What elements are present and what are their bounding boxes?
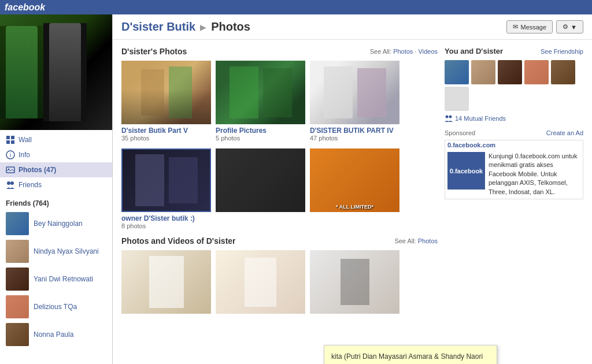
friends-section: Friends (764) Bey Nainggolan Nindya Nyax…: [0, 195, 112, 355]
pvid-thumb-3[interactable]: [310, 250, 399, 314]
sponsored-header: Sponsored Create an Ad: [445, 129, 583, 136]
see-all-label: See All:: [370, 48, 391, 55]
page-subtitle: Photos: [211, 20, 250, 34]
pvid-see-all: See All: Photos: [394, 237, 438, 244]
profile-cover-image: [0, 14, 113, 130]
friend-item-3[interactable]: Yani Dwi Retnowati: [6, 268, 106, 291]
settings-button[interactable]: ⚙ ▼: [556, 20, 583, 34]
you-and-dsister-section: You and D'sister See Friendship: [445, 47, 583, 122]
ad-image-text: 0.facebook: [450, 168, 483, 174]
friend-name-4[interactable]: Delizious TQa: [34, 303, 77, 311]
pvid-grid: [121, 250, 438, 314]
ad-domain[interactable]: 0.facebook.com: [445, 140, 583, 150]
pvid-section-title: Photos and Videos of D'sister: [121, 236, 236, 246]
album-thumb-6[interactable]: * ALL LIMITED*: [310, 148, 399, 212]
right-column: You and D'sister See Friendship: [445, 47, 583, 321]
main-content: D'sister Butik ▶ Photos ✉ Message ⚙ ▼: [113, 14, 592, 364]
sidebar-item-info[interactable]: i Info: [0, 147, 112, 162]
album-5: [216, 148, 305, 229]
svg-rect-3: [11, 140, 14, 144]
album-thumb-2[interactable]: [216, 61, 305, 124]
mutual-thumb-5[interactable]: [551, 60, 575, 84]
album-4: owner D'Sister butik :) 8 photos: [121, 148, 211, 229]
album-thumb-5[interactable]: [216, 148, 305, 212]
album-2: Profile Pictures 5 photos: [216, 61, 305, 142]
album-count-2: 5 photos: [216, 135, 305, 142]
friend-name-1[interactable]: Bey Nainggolan: [34, 220, 83, 228]
dsister-photos-section: D'sister's Photos See All: Photos · Vide…: [121, 47, 438, 229]
tooltip-line1: kita (Putri Dian Mayasari Asmara & Shand…: [331, 351, 490, 364]
page-header: D'sister Butik ▶ Photos ✉ Message ⚙ ▼: [113, 14, 592, 40]
friends-icon: [6, 180, 15, 190]
mutual-thumb-6[interactable]: [445, 87, 469, 111]
mutual-thumb-1[interactable]: [445, 60, 469, 84]
album-3: D'SISTER BUTIK PART IV 47 photos: [310, 61, 399, 142]
albums-bottom-row: owner D'Sister butik :) 8 photos: [121, 148, 438, 229]
see-friendship-link[interactable]: See Friendship: [541, 48, 583, 55]
album-thumb-1[interactable]: [121, 61, 211, 124]
photos-icon: [6, 165, 15, 174]
friend-avatar-4: [6, 295, 29, 318]
pvid-photos-link[interactable]: Photos: [418, 237, 438, 244]
friend-name-3[interactable]: Yani Dwi Retnowati: [34, 275, 93, 283]
friend-item-1[interactable]: Bey Nainggolan: [6, 212, 106, 235]
sponsored-label: Sponsored: [445, 129, 475, 136]
friend-name-5[interactable]: Nonna Paula: [34, 330, 73, 339]
mutual-thumb-4[interactable]: [524, 60, 549, 84]
svg-rect-6: [6, 167, 14, 173]
sidebar-item-friends[interactable]: Friends: [0, 177, 112, 192]
friend-item-5[interactable]: Nonna Paula: [6, 323, 106, 346]
create-ad-link[interactable]: Create an Ad: [546, 129, 583, 136]
album-count-3: 47 photos: [310, 135, 399, 142]
page-title[interactable]: D'sister Butik: [121, 20, 195, 34]
mutual-thumb-3[interactable]: [498, 60, 522, 84]
sidebar-item-friends-label: Friends: [18, 181, 42, 189]
pvid-section-header: Photos and Videos of D'sister See All: P…: [121, 236, 438, 246]
sidebar-item-photos[interactable]: Photos (47): [0, 162, 112, 177]
message-button-label: Message: [520, 24, 546, 31]
sidebar-item-wall[interactable]: Wall: [0, 132, 112, 147]
friends-count-icon: [445, 114, 453, 122]
album-thumb-3[interactable]: [310, 61, 399, 124]
svg-text:i: i: [10, 152, 11, 158]
pvid-thumb-1[interactable]: [121, 250, 211, 314]
album-count-1: 35 photos: [121, 135, 211, 142]
svg-point-11: [449, 116, 452, 118]
left-column: D'sister's Photos See All: Photos · Vide…: [121, 47, 438, 321]
friend-name-2[interactable]: Nindya Nyax Silvyani: [34, 247, 99, 255]
sidebar-item-photos-label: Photos (47): [18, 166, 56, 174]
ad-image[interactable]: 0.facebook: [447, 152, 485, 190]
content-body: D'sister's Photos See All: Photos · Vide…: [113, 40, 592, 328]
photos-section-title: D'sister's Photos: [121, 47, 187, 56]
breadcrumb-arrow: ▶: [200, 23, 206, 32]
sidebar-nav: Wall i Info Photos (47) Fr: [0, 130, 112, 195]
photo-albums-grid: D'sister Butik Part V 35 photos Profile …: [121, 61, 438, 142]
svg-rect-2: [6, 140, 10, 144]
friend-avatar-5: [6, 323, 29, 346]
pvid-thumb-2[interactable]: [216, 250, 305, 314]
album-count-4: 8 photos: [121, 222, 211, 229]
sponsored-section: Sponsored Create an Ad 0.facebook.com 0.…: [445, 129, 583, 199]
you-and-dsister-label: You and D'sister: [445, 47, 503, 55]
photos-link[interactable]: Photos: [393, 48, 413, 55]
album-name-1[interactable]: D'sister Butik Part V: [121, 127, 211, 135]
message-icon: ✉: [513, 23, 518, 31]
mutual-friends-label[interactable]: 14 Mutual Friends: [455, 115, 506, 122]
svg-point-10: [446, 116, 449, 118]
videos-link[interactable]: Videos: [419, 48, 438, 55]
mutual-thumb-2[interactable]: [471, 60, 495, 84]
photo-albums-grid-2: owner D'Sister butik :) 8 photos: [121, 148, 438, 229]
page-title-area: D'sister Butik ▶ Photos: [121, 20, 250, 34]
topbar: facebook: [0, 0, 592, 14]
album-thumb-4[interactable]: [121, 148, 211, 212]
album-name-2[interactable]: Profile Pictures: [216, 127, 305, 135]
tooltip-popup: kita (Putri Dian Mayasari Asmara & Shand…: [324, 345, 497, 364]
message-button[interactable]: ✉ Message: [506, 20, 553, 34]
friend-item-4[interactable]: Delizious TQa: [6, 295, 106, 318]
wall-icon: [6, 135, 15, 144]
album-name-3[interactable]: D'SISTER BUTIK PART IV: [310, 127, 399, 135]
album-name-4[interactable]: owner D'Sister butik :): [121, 214, 211, 222]
friend-item-2[interactable]: Nindya Nyax Silvyani: [6, 240, 106, 263]
svg-rect-1: [11, 136, 14, 139]
topbar-logo: facebook: [5, 2, 45, 13]
